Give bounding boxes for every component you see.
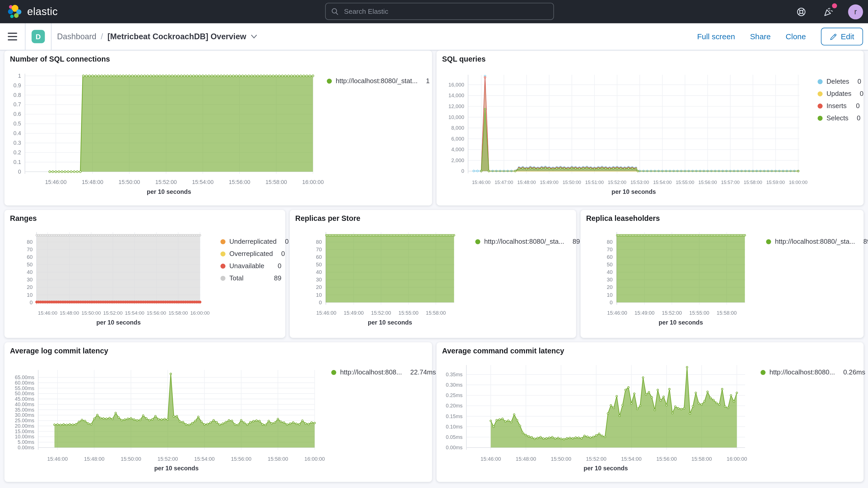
elastic-logo-icon xyxy=(7,4,22,19)
svg-text:16:00:00: 16:00:00 xyxy=(789,180,807,185)
ranges-chart[interactable]: 0102030405060708015:46:0015:48:0015:50:0… xyxy=(4,225,215,338)
svg-text:50: 50 xyxy=(27,262,33,267)
legend-item[interactable]: Overreplicated0 xyxy=(220,250,281,257)
panel-title: Average command commit latency xyxy=(437,342,864,355)
svg-text:0.3: 0.3 xyxy=(13,140,21,146)
svg-text:30: 30 xyxy=(27,276,33,282)
legend-item[interactable]: Unavailable0 xyxy=(220,262,281,270)
legend-item[interactable]: http://localhost:8080/_sta...89 xyxy=(766,238,860,245)
replicas-per-store-chart[interactable]: 0102030405060708015:46:0015:49:0015:52:0… xyxy=(290,225,472,338)
svg-text:25.00ms: 25.00ms xyxy=(15,418,34,423)
legend-item[interactable]: Total89 xyxy=(220,274,281,282)
legend-label: http://localhost:808... xyxy=(340,368,402,376)
pencil-icon xyxy=(830,33,837,40)
legend-item[interactable]: Selects0 xyxy=(817,114,860,122)
search-input[interactable] xyxy=(325,3,554,20)
svg-text:15:52:00: 15:52:00 xyxy=(155,179,177,185)
legend-value: 89 xyxy=(270,274,281,282)
svg-text:40: 40 xyxy=(607,269,613,275)
svg-text:15:58:00: 15:58:00 xyxy=(426,310,446,316)
full-screen-link[interactable]: Full screen xyxy=(697,32,735,41)
svg-text:15:49:00: 15:49:00 xyxy=(344,310,364,316)
svg-text:15:58:00: 15:58:00 xyxy=(717,310,737,316)
legend: http://localhost:8080/_stat...1 xyxy=(327,77,428,85)
breadcrumb-dashboard[interactable]: Dashboard xyxy=(57,32,96,41)
avatar-initial: r xyxy=(854,7,857,16)
legend-value: 89 xyxy=(568,238,580,245)
svg-text:12,000: 12,000 xyxy=(448,103,464,109)
legend-label: Overreplicated xyxy=(229,250,273,257)
svg-text:15:58:00: 15:58:00 xyxy=(691,456,712,462)
svg-text:15:54:00: 15:54:00 xyxy=(192,179,214,185)
svg-text:0.10ms: 0.10ms xyxy=(446,424,463,430)
share-link[interactable]: Share xyxy=(750,32,771,41)
svg-text:20: 20 xyxy=(316,284,322,290)
legend-item[interactable]: Updates0 xyxy=(817,90,860,97)
legend-item[interactable]: Deletes0 xyxy=(817,78,860,85)
svg-text:15:48:00: 15:48:00 xyxy=(82,179,103,185)
svg-text:15:55:00: 15:55:00 xyxy=(676,180,694,185)
legend-item[interactable]: Underreplicated0 xyxy=(220,238,281,245)
dashboard-app-badge[interactable]: D xyxy=(31,30,45,43)
legend-dot xyxy=(766,239,771,244)
edit-button[interactable]: Edit xyxy=(821,28,863,45)
svg-text:0.05ms: 0.05ms xyxy=(446,434,463,440)
svg-text:70: 70 xyxy=(316,246,322,252)
panel-title: Replica leaseholders xyxy=(581,210,864,223)
legend-item[interactable]: http://localhost:8080/_stat...1 xyxy=(327,77,428,85)
page-title[interactable]: [Metricbeat CockroachDB] Overview xyxy=(107,32,246,41)
svg-text:15:52:00: 15:52:00 xyxy=(103,310,123,316)
svg-text:30: 30 xyxy=(316,276,322,282)
legend-item[interactable]: http://localhost:8080...0.26ms xyxy=(761,368,859,376)
legend-value: 0 xyxy=(273,262,281,270)
panel-sql-queries: SQL queries 02,0004,0006,0008,00010,0001… xyxy=(437,51,864,206)
top-header: elastic xyxy=(0,0,868,23)
svg-text:70: 70 xyxy=(607,246,613,252)
panel-title: Replicas per Store xyxy=(290,210,576,223)
svg-text:15:56:00: 15:56:00 xyxy=(656,456,677,462)
avg-command-commit-latency-chart[interactable]: 0.00ms0.05ms0.10ms0.15ms0.20ms0.25ms0.30… xyxy=(437,358,751,482)
svg-text:10: 10 xyxy=(27,292,33,298)
svg-text:15:52:00: 15:52:00 xyxy=(608,180,626,185)
svg-text:5.00ms: 5.00ms xyxy=(18,439,34,445)
legend-item[interactable]: http://localhost:8080/_sta...89 xyxy=(475,238,572,245)
svg-text:per 10 seconds: per 10 seconds xyxy=(368,319,412,326)
edit-button-label: Edit xyxy=(841,32,854,41)
divider xyxy=(51,23,52,50)
legend-item[interactable]: http://localhost:808...22.74ms xyxy=(331,368,428,376)
svg-text:per 10 seconds: per 10 seconds xyxy=(583,465,628,471)
svg-text:45.00ms: 45.00ms xyxy=(15,396,34,402)
legend-label: Underreplicated xyxy=(229,238,277,245)
legend-dot xyxy=(817,115,823,120)
news-icon[interactable] xyxy=(821,4,835,19)
search-field[interactable] xyxy=(343,7,548,16)
svg-text:15.00ms: 15.00ms xyxy=(15,428,34,434)
help-icon[interactable] xyxy=(794,4,808,19)
replica-leaseholders-chart[interactable]: 0102030405060708015:46:0015:49:0015:52:0… xyxy=(581,225,752,338)
menu-icon[interactable] xyxy=(0,23,25,50)
svg-text:0.6: 0.6 xyxy=(13,111,21,117)
chevron-down-icon[interactable] xyxy=(251,34,257,39)
sql-connections-chart[interactable]: 00.10.20.30.40.50.60.70.80.9115:46:0015:… xyxy=(4,66,320,206)
svg-text:0.25ms: 0.25ms xyxy=(446,392,463,398)
svg-text:15:49:00: 15:49:00 xyxy=(634,310,654,316)
panel-avg-command-commit-latency: Average command commit latency 0.00ms0.0… xyxy=(437,342,864,482)
svg-text:60.00ms: 60.00ms xyxy=(15,380,34,386)
svg-text:8,000: 8,000 xyxy=(452,125,464,131)
sql-queries-chart[interactable]: 02,0004,0006,0008,00010,00012,00014,0001… xyxy=(437,66,808,206)
elastic-brand[interactable]: elastic xyxy=(7,0,58,23)
legend-dot xyxy=(475,239,480,244)
legend-item[interactable]: Inserts0 xyxy=(817,102,860,110)
legend-label: Unavailable xyxy=(229,262,264,270)
clone-link[interactable]: Clone xyxy=(786,32,806,41)
legend-label: Total xyxy=(229,274,243,282)
svg-text:15:49:00: 15:49:00 xyxy=(540,180,558,185)
legend-dot xyxy=(220,251,225,256)
svg-text:15:50:00: 15:50:00 xyxy=(551,456,571,462)
avg-log-commit-latency-chart[interactable]: 0.00ms5.00ms10.00ms15.00ms20.00ms25.00ms… xyxy=(4,358,320,482)
user-avatar[interactable]: r xyxy=(848,4,863,19)
svg-text:40: 40 xyxy=(316,269,322,275)
svg-text:15:46:00: 15:46:00 xyxy=(47,456,68,462)
notification-dot xyxy=(832,3,837,8)
legend: Underreplicated0Overreplicated0Unavailab… xyxy=(220,238,281,282)
